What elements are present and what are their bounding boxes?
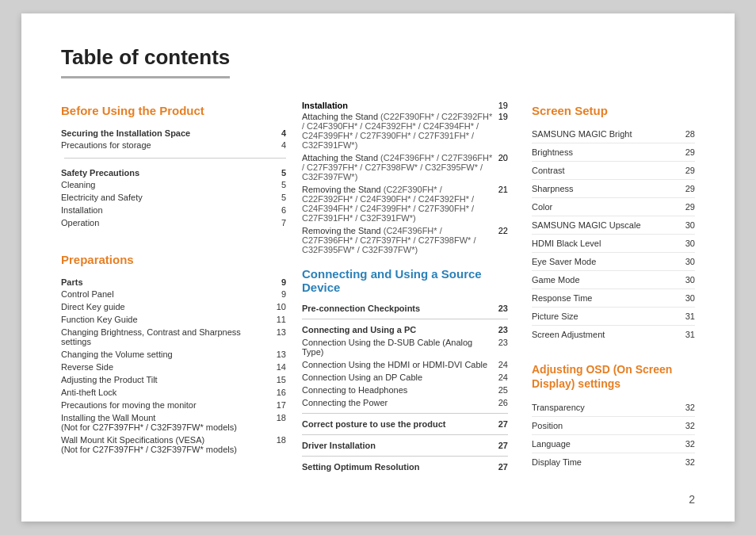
install-sub-label: Attaching the Stand <box>302 153 380 162</box>
toc-item-label: Changing the Volume setting <box>61 348 273 361</box>
toc-item-page: 17 <box>273 399 286 411</box>
toc-item-label: Control Panel <box>61 288 273 300</box>
toc-item-page: 27 <box>495 418 508 430</box>
install-page: 22 <box>498 226 508 235</box>
install-page: 20 <box>498 153 508 162</box>
toc-item-page: 29 <box>682 197 695 216</box>
toc-item-label: Installing the Wall Mount (Not for C27F3… <box>61 411 273 434</box>
toc-item-page: 6 <box>273 204 286 216</box>
toc-item-label: Cleaning <box>61 178 273 191</box>
toc-item-page: 32 <box>670 435 695 453</box>
toc-item-page: 24 <box>495 371 508 384</box>
column-3: Screen Setup SAMSUNG MAGIC Bright28Brigh… <box>524 101 695 490</box>
toc-item-page: 27 <box>495 460 508 473</box>
col3-section2-heading: Adjusting OSD (On Screen Display) settin… <box>532 362 695 391</box>
install-page: 21 <box>498 185 508 194</box>
col3-section1-heading: Screen Setup <box>532 104 695 117</box>
toc-item-label: Contrast <box>532 161 682 179</box>
toc-item-label: Reverse Side <box>61 361 273 373</box>
toc-item-page: 23 <box>495 336 508 358</box>
toc-item-page: 18 <box>273 434 286 456</box>
toc-item-page: 29 <box>682 179 695 197</box>
toc-item-page: 18 <box>273 411 286 434</box>
toc-item-label: Response Time <box>532 289 682 307</box>
toc-item-page: 13 <box>273 326 286 348</box>
section2-table: Parts9Control Panel9Direct Key guide10Fu… <box>61 274 286 456</box>
install-sub-label: Attaching the Stand <box>302 112 380 121</box>
toc-item-page: 9 <box>273 288 286 300</box>
toc-item-page: 32 <box>670 453 695 472</box>
toc-item-label: Precautions for moving the monitor <box>61 399 273 411</box>
toc-item-page: 23 <box>495 302 508 315</box>
column-2: Installation 19 Attaching the Stand (C22… <box>302 101 524 490</box>
install-block: Removing the Stand (C24F396FH* / C27F396… <box>302 226 508 254</box>
toc-item-label: Correct posture to use the product <box>302 418 495 430</box>
toc-item-label: Installation <box>61 204 273 216</box>
toc-item-label: Connecting to Headphones <box>302 384 495 396</box>
toc-item-label: Wall Mount Kit Specifications (VESA) (No… <box>61 434 273 456</box>
toc-item-page: 29 <box>682 143 695 161</box>
toc-item-label: Anti-theft Lock <box>61 386 273 399</box>
toc-item-page: 9 <box>273 274 286 288</box>
toc-item-page: 29 <box>682 161 695 179</box>
col2-section2-table: Pre-connection Checkpoints23Connecting a… <box>302 302 508 473</box>
toc-item-page: 4 <box>273 125 286 139</box>
page-container: Table of contents Before Using the Produ… <box>21 13 735 522</box>
toc-item-page: 15 <box>273 373 286 386</box>
toc-item-label: Connecting and Using a PC <box>302 323 495 336</box>
toc-item-label: SAMSUNG MAGIC Upscale <box>532 216 682 234</box>
toc-item-page: 32 <box>670 399 695 417</box>
toc-item-label: Picture Size <box>532 307 682 325</box>
toc-item-label: Connection Using the HDMI or HDMI-DVI Ca… <box>302 358 495 371</box>
toc-item-label: HDMI Black Level <box>532 234 682 252</box>
installation-page: 19 <box>498 101 508 110</box>
toc-item-label: Position <box>532 417 670 435</box>
install-block: Attaching the Stand (C22F390FH* / C22F39… <box>302 112 508 150</box>
install-block: Removing the Stand (C22F390FH* / C22F392… <box>302 185 508 223</box>
toc-item-label: Brightness <box>532 143 682 161</box>
toc-columns: Before Using the Product Securing the In… <box>61 101 695 490</box>
toc-item-label: Changing Brightness, Contrast and Sharpn… <box>61 326 273 348</box>
toc-item-label: Game Mode <box>532 270 682 289</box>
install-sub-label: Removing the Stand <box>302 226 384 235</box>
toc-item-page: 31 <box>682 325 695 343</box>
toc-item-page: 5 <box>273 165 286 178</box>
toc-item-label: Display Time <box>532 453 670 472</box>
section1-heading: Before Using the Product <box>61 104 286 117</box>
toc-item-label: Securing the Installation Space <box>61 125 273 139</box>
toc-item-page: 25 <box>495 384 508 396</box>
toc-item-page: 30 <box>682 289 695 307</box>
toc-item-label: Parts <box>61 274 273 288</box>
section1-table: Securing the Installation Space4Precauti… <box>61 125 286 229</box>
toc-item-page: 30 <box>682 252 695 270</box>
toc-item-page: 24 <box>495 358 508 371</box>
toc-item-label: Screen Adjustment <box>532 325 682 343</box>
section2-heading: Preparations <box>61 253 286 266</box>
toc-item-page: 7 <box>273 216 286 229</box>
toc-item-page: 13 <box>273 348 286 361</box>
toc-item-page: 26 <box>495 396 508 409</box>
toc-item-label: Setting Optimum Resolution <box>302 460 495 473</box>
toc-item-label: Function Key Guide <box>61 313 273 326</box>
page-number: 2 <box>689 493 695 506</box>
column-1: Before Using the Product Securing the In… <box>61 101 302 490</box>
toc-item-page: 30 <box>682 270 695 289</box>
toc-item-label: Safety Precautions <box>61 165 273 178</box>
toc-item-page: 31 <box>682 307 695 325</box>
col2-section2-heading: Connecting and Using a Source Device <box>302 267 508 294</box>
toc-item-page: 5 <box>273 191 286 204</box>
install-page: 19 <box>498 112 508 121</box>
toc-item-page: 27 <box>495 439 508 452</box>
col3-section1-table: SAMSUNG MAGIC Bright28Brightness29Contra… <box>532 125 695 343</box>
col3-section2-table: Transparency32Position32Language32Displa… <box>532 399 695 471</box>
toc-item-label: Driver Installation <box>302 439 495 452</box>
toc-item-page: 4 <box>273 139 286 151</box>
toc-item-page: 16 <box>273 386 286 399</box>
installation-label: Installation <box>302 101 348 110</box>
toc-item-label: Electricity and Safety <box>61 191 273 204</box>
toc-item-page: 32 <box>670 417 695 435</box>
toc-item-label: Connecting the Power <box>302 396 495 409</box>
toc-item-page: 23 <box>495 323 508 336</box>
toc-item-page: 30 <box>682 234 695 252</box>
toc-item-label: Sharpness <box>532 179 682 197</box>
